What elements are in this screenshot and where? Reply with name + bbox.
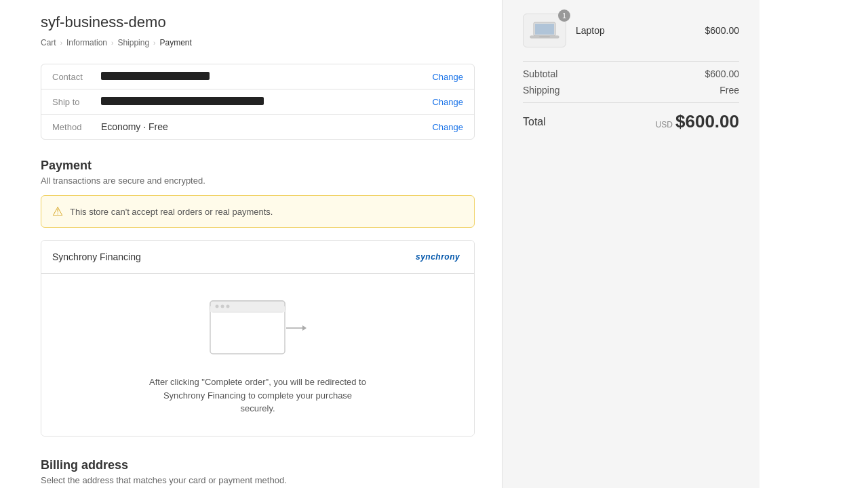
breadcrumb: Cart › Information › Shipping › Payment bbox=[41, 38, 475, 47]
subtotal-label: Subtotal bbox=[523, 68, 557, 79]
checkout-left-panel: syf-business-demo Cart › Information › S… bbox=[0, 0, 502, 488]
order-info-box: Contact Change Ship to Change Method Eco… bbox=[41, 64, 475, 140]
total-amount: USD $600.00 bbox=[656, 111, 739, 132]
method-row: Method Economy · Free Change bbox=[41, 115, 474, 139]
redirect-svg bbox=[203, 294, 312, 362]
product-quantity-badge: 1 bbox=[558, 9, 570, 22]
breadcrumb-information[interactable]: Information bbox=[66, 38, 107, 47]
contact-row: Contact Change bbox=[41, 64, 474, 89]
warning-text: This store can't accept real orders or r… bbox=[70, 207, 273, 217]
synchrony-svg: synchrony bbox=[416, 250, 463, 262]
warning-box: ⚠ This store can't accept real orders or… bbox=[41, 195, 475, 228]
method-label: Method bbox=[52, 122, 93, 132]
svg-rect-10 bbox=[535, 24, 554, 35]
billing-title: Billing address bbox=[41, 458, 475, 472]
product-name: Laptop bbox=[576, 25, 695, 36]
svg-rect-12 bbox=[539, 36, 550, 37]
method-value: Economy · Free bbox=[101, 121, 424, 132]
ship-to-redacted bbox=[101, 97, 264, 105]
shipping-value: Free bbox=[719, 85, 739, 96]
payment-method-name: Synchrony Financing bbox=[52, 251, 141, 262]
payment-section: Payment All transactions are secure and … bbox=[41, 159, 475, 436]
order-item: 1 Laptop $600.00 bbox=[523, 14, 739, 47]
product-price: $600.00 bbox=[705, 25, 739, 36]
contact-value bbox=[101, 71, 424, 82]
total-row: Total USD $600.00 bbox=[523, 111, 739, 132]
svg-text:synchrony: synchrony bbox=[416, 252, 460, 262]
contact-redacted bbox=[101, 72, 210, 80]
ship-to-value bbox=[101, 96, 424, 107]
payment-method-box: Synchrony Financing synchrony bbox=[41, 240, 475, 436]
billing-section: Billing address Select the address that … bbox=[41, 458, 475, 489]
svg-point-6 bbox=[226, 305, 230, 308]
ship-to-row: Ship to Change bbox=[41, 89, 474, 115]
subtotal-row: Subtotal $600.00 bbox=[523, 68, 739, 79]
contact-label: Contact bbox=[52, 72, 93, 82]
breadcrumb-sep-2: › bbox=[111, 39, 113, 47]
redirect-illustration bbox=[203, 294, 312, 362]
breadcrumb-sep-1: › bbox=[60, 39, 62, 47]
total-value: $600.00 bbox=[675, 111, 739, 132]
synchrony-logo: synchrony bbox=[416, 250, 463, 264]
laptop-icon bbox=[530, 20, 559, 41]
redirect-text: After clicking "Complete order", you wil… bbox=[149, 375, 366, 415]
payment-body: After clicking "Complete order", you wil… bbox=[41, 274, 474, 436]
payment-header: Synchrony Financing synchrony bbox=[41, 241, 474, 274]
breadcrumb-cart[interactable]: Cart bbox=[41, 38, 56, 47]
shipping-label: Shipping bbox=[523, 85, 560, 96]
svg-point-4 bbox=[216, 305, 219, 308]
payment-subtitle: All transactions are secure and encrypte… bbox=[41, 176, 475, 186]
summary-divider-1 bbox=[523, 61, 739, 62]
breadcrumb-current: Payment bbox=[159, 38, 191, 47]
ship-to-label: Ship to bbox=[52, 97, 93, 107]
contact-change-link[interactable]: Change bbox=[432, 72, 463, 82]
shipping-row: Shipping Free bbox=[523, 85, 739, 96]
synchrony-logo-text: synchrony bbox=[416, 250, 463, 264]
product-image-wrap: 1 bbox=[523, 14, 566, 47]
billing-subtitle: Select the address that matches your car… bbox=[41, 475, 475, 485]
svg-marker-8 bbox=[302, 325, 307, 331]
total-label: Total bbox=[523, 116, 546, 128]
svg-point-5 bbox=[221, 305, 224, 308]
breadcrumb-sep-3: › bbox=[153, 39, 155, 47]
total-currency: USD bbox=[656, 120, 673, 129]
subtotal-value: $600.00 bbox=[705, 68, 739, 79]
summary-divider-2 bbox=[523, 102, 739, 103]
method-change-link[interactable]: Change bbox=[432, 122, 463, 132]
order-summary-panel: 1 Laptop $600.00 Subtotal $600.00 Shippi… bbox=[502, 0, 760, 488]
warning-icon: ⚠ bbox=[52, 204, 63, 219]
payment-title: Payment bbox=[41, 159, 475, 173]
store-title: syf-business-demo bbox=[41, 14, 475, 31]
ship-to-change-link[interactable]: Change bbox=[432, 97, 463, 107]
breadcrumb-shipping[interactable]: Shipping bbox=[117, 38, 149, 47]
